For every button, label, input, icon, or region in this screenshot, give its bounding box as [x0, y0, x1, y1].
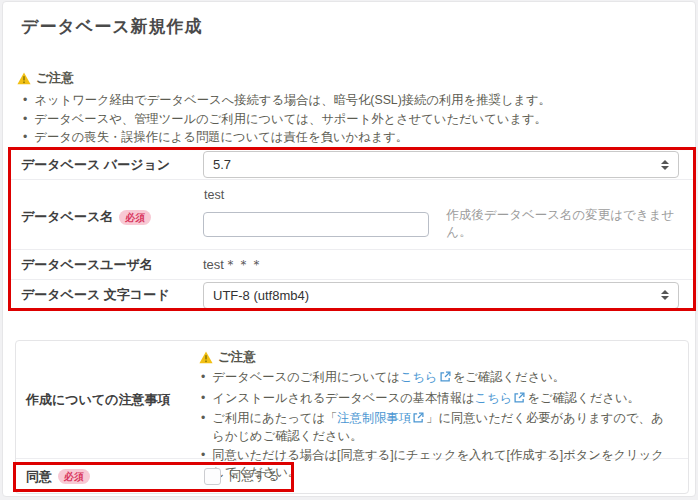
top-notice-item: •データの喪失・誤操作による問題については責任を負いかねます。 — [23, 129, 675, 146]
charset-label-text: データベース 文字コード — [21, 286, 169, 304]
notes-item: • インストールされるデータベースの基本情報はこちらをご確認ください。 — [201, 390, 676, 408]
agree-controls: 同意する — [204, 468, 280, 485]
db-name-value-area: test 作成後データベース名の変更はできません。 — [203, 186, 693, 241]
charset-label: データベース 文字コード — [11, 286, 203, 304]
notes-row: 作成についての注意事項 ご注意 • データベースのご利用についてはこちらをご確認… — [16, 341, 688, 458]
top-notice-block: ご注意 •ネットワーク経由でデータベースへ接続する場合は、暗号化(SSL)接続の… — [17, 70, 675, 146]
db-name-note: 作成後データベース名の変更はできません。 — [446, 207, 693, 241]
db-user-label-text: データベースユーザ名 — [21, 256, 153, 274]
external-link-icon — [514, 392, 525, 406]
notes-b2-post: をご確認ください。 — [527, 391, 639, 405]
db-name-label-text: データベース名 — [21, 208, 113, 226]
warning-icon — [17, 72, 31, 85]
version-label-text: データベース バージョン — [21, 156, 170, 174]
top-notice-item-text: データベースや、管理ツールのご利用については、サポート外とさせていただいています… — [34, 111, 547, 128]
bullet-dot: • — [201, 369, 205, 387]
top-notice-item-text: データの喪失・誤操作による問題については責任を負いかねます。 — [34, 129, 408, 146]
creation-notes-section: 作成についての注意事項 ご注意 • データベースのご利用についてはこちらをご確認… — [15, 340, 689, 494]
notes-b1-pre: データベースのご利用については — [212, 370, 400, 384]
kochira-link[interactable]: こちら — [400, 370, 438, 384]
db-user-label: データベースユーザ名 — [11, 256, 203, 274]
top-notice-item: •データベースや、管理ツールのご利用については、サポート外とさせていただいていま… — [23, 111, 675, 128]
bullet-dot: • — [23, 92, 27, 109]
kochira-link[interactable]: こちら — [475, 391, 513, 405]
top-notice-heading: ご注意 — [17, 70, 675, 87]
notes-row-label: 作成についての注意事項 — [16, 341, 199, 458]
notes-b4-text: 同意いただける場合は[同意する]にチェックを入れて[作成する]ボタンをクリックし… — [212, 447, 676, 480]
notes-heading-text: ご注意 — [218, 349, 256, 366]
version-select[interactable]: 5.7 — [203, 151, 679, 178]
db-name-input[interactable] — [203, 212, 429, 237]
charset-select[interactable]: UTF-8 (utf8mb4) — [203, 282, 679, 309]
notes-content: ご注意 • データベースのご利用についてはこちらをご確認ください。 • インスト… — [199, 341, 688, 458]
top-notice-list: •ネットワーク経由でデータベースへ接続する場合は、暗号化(SSL)接続の利用を推… — [17, 92, 675, 146]
bullet-dot: • — [23, 129, 27, 146]
notes-heading: ご注意 — [199, 349, 676, 366]
notes-item-text: データベースのご利用についてはこちらをご確認ください。 — [212, 369, 565, 387]
agree-label-text: 同意 — [26, 468, 52, 486]
db-user-value: test＊＊＊ — [203, 256, 263, 274]
form-row-version: データベース バージョン 5.7 — [11, 150, 693, 180]
charset-select-value: UTF-8 (utf8mb4) — [213, 288, 309, 303]
db-create-form: データベース バージョン 5.7 データベース名 必須 test 作成後データベ… — [11, 150, 693, 310]
top-notice-item-text: ネットワーク経由でデータベースへ接続する場合は、暗号化(SSL)接続の利用を推奨… — [34, 92, 551, 109]
agree-checkbox-label[interactable]: 同意する — [229, 468, 280, 485]
required-badge: 必須 — [119, 210, 151, 225]
notes-b3-pre: ご利用にあたっては「 — [212, 411, 337, 425]
notes-item-text: ご利用にあたっては「注意制限事項」に同意いただく必要がありますので、あらかじめご… — [212, 410, 676, 444]
required-badge: 必須 — [58, 469, 90, 484]
form-row-db-name: データベース名 必須 test 作成後データベース名の変更はできません。 — [11, 180, 693, 250]
db-name-current: test — [204, 188, 693, 202]
notes-item: • ご利用にあたっては「注意制限事項」に同意いただく必要がありますので、あらかじ… — [201, 410, 676, 444]
db-name-label: データベース名 必須 — [11, 208, 203, 226]
notes-b2-pre: インストールされるデータベースの基本情報は — [212, 391, 474, 405]
agree-label: 同意 必須 — [16, 468, 199, 486]
bullet-dot: • — [201, 410, 205, 444]
top-notice-item: •ネットワーク経由でデータベースへ接続する場合は、暗号化(SSL)接続の利用を推… — [23, 92, 675, 109]
notes-item: • データベースのご利用についてはこちらをご確認ください。 — [201, 369, 676, 387]
external-link-icon — [440, 371, 451, 385]
warning-icon — [199, 351, 213, 364]
page-title: データベース新規作成 — [21, 15, 203, 38]
notes-b1-post: をご確認ください。 — [453, 370, 565, 384]
db-name-input-line: 作成後データベース名の変更はできません。 — [203, 207, 693, 241]
bullet-dot: • — [201, 390, 205, 408]
top-notice-heading-text: ご注意 — [36, 70, 74, 87]
agree-checkbox[interactable] — [204, 468, 221, 485]
page-card: データベース新規作成 ご注意 •ネットワーク経由でデータベースへ接続する場合は、… — [2, 1, 696, 497]
notes-item-text: インストールされるデータベースの基本情報はこちらをご確認ください。 — [212, 390, 639, 408]
bullet-dot: • — [23, 111, 27, 128]
external-link-icon — [413, 412, 424, 426]
version-select-value: 5.7 — [213, 157, 231, 172]
version-label: データベース バージョン — [11, 156, 203, 174]
select-updown-icon — [661, 290, 669, 300]
form-row-db-user: データベースユーザ名 test＊＊＊ — [11, 250, 693, 280]
select-updown-icon — [661, 160, 669, 170]
restrictions-link[interactable]: 注意制限事項 — [337, 411, 411, 425]
form-row-charset: データベース 文字コード UTF-8 (utf8mb4) — [11, 280, 693, 310]
